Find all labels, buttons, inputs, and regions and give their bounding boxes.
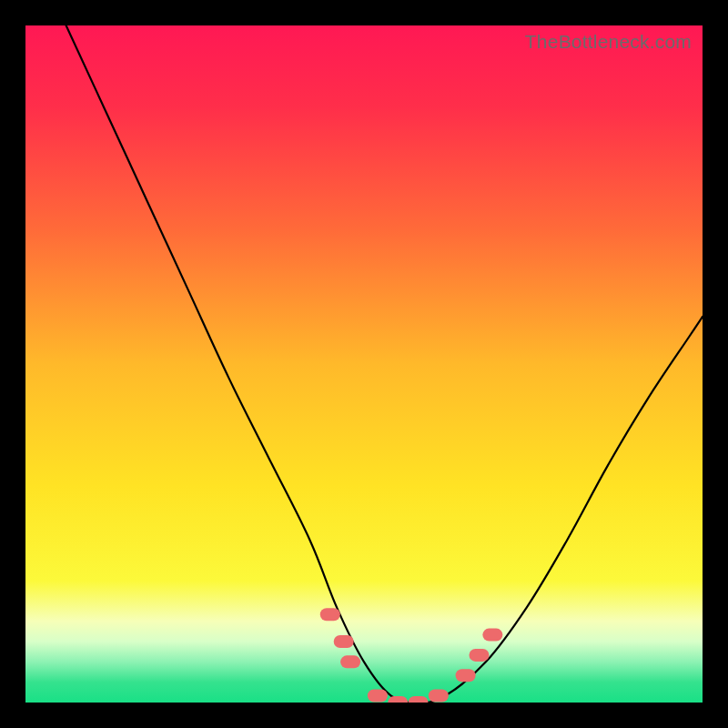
chart-frame: TheBottleneck.com — [0, 0, 728, 728]
marker-right-cluster-2 — [469, 649, 489, 662]
marker-bottom-4 — [429, 690, 449, 703]
marker-bottom-2 — [388, 696, 408, 703]
marker-left-cluster-3 — [340, 655, 360, 668]
marker-left-cluster-1 — [320, 608, 340, 621]
bottleneck-curve — [66, 25, 703, 703]
plot-area: TheBottleneck.com — [25, 25, 703, 703]
marker-bottom-3 — [409, 696, 429, 703]
marker-group — [320, 608, 503, 703]
chart-svg — [25, 25, 703, 703]
marker-right-cluster-3 — [482, 629, 502, 642]
marker-right-cluster-1 — [456, 669, 476, 682]
marker-left-cluster-2 — [334, 635, 354, 648]
marker-bottom-1 — [368, 690, 388, 703]
